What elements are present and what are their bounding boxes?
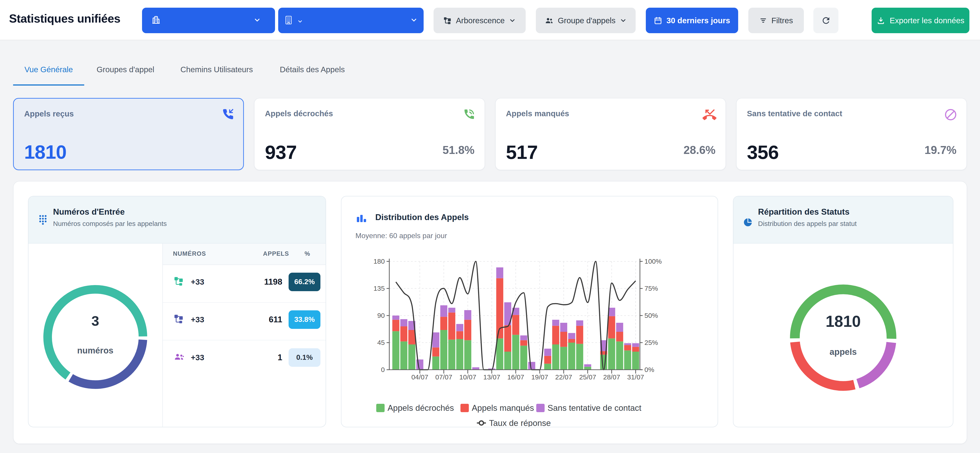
svg-text:0: 0 — [381, 366, 385, 374]
svg-text:180: 180 — [374, 257, 385, 265]
svg-text:90: 90 — [377, 312, 385, 319]
svg-text:07/07: 07/07 — [435, 374, 452, 381]
svg-text:22/07: 22/07 — [555, 374, 572, 381]
svg-text:25/07: 25/07 — [579, 374, 596, 381]
svg-text:100%: 100% — [644, 257, 662, 265]
svg-text:28/07: 28/07 — [603, 374, 620, 381]
svg-text:45: 45 — [377, 339, 385, 346]
svg-text:50%: 50% — [644, 312, 658, 319]
svg-text:13/07: 13/07 — [483, 374, 500, 381]
svg-text:10/07: 10/07 — [459, 374, 476, 381]
svg-text:19/07: 19/07 — [531, 374, 548, 381]
svg-text:31/07: 31/07 — [627, 374, 644, 381]
svg-text:16/07: 16/07 — [507, 374, 524, 381]
svg-text:135: 135 — [374, 285, 385, 292]
svg-text:0%: 0% — [644, 366, 654, 374]
svg-text:25%: 25% — [644, 339, 658, 346]
svg-text:Appels décrochés: Appels décrochés — [388, 403, 454, 413]
svg-text:Sans tentative de contact: Sans tentative de contact — [547, 403, 641, 413]
svg-text:04/07: 04/07 — [411, 374, 428, 381]
svg-text:Appels manqués: Appels manqués — [472, 403, 534, 413]
svg-text:Taux de réponse: Taux de réponse — [489, 418, 551, 427]
svg-text:75%: 75% — [644, 285, 658, 292]
